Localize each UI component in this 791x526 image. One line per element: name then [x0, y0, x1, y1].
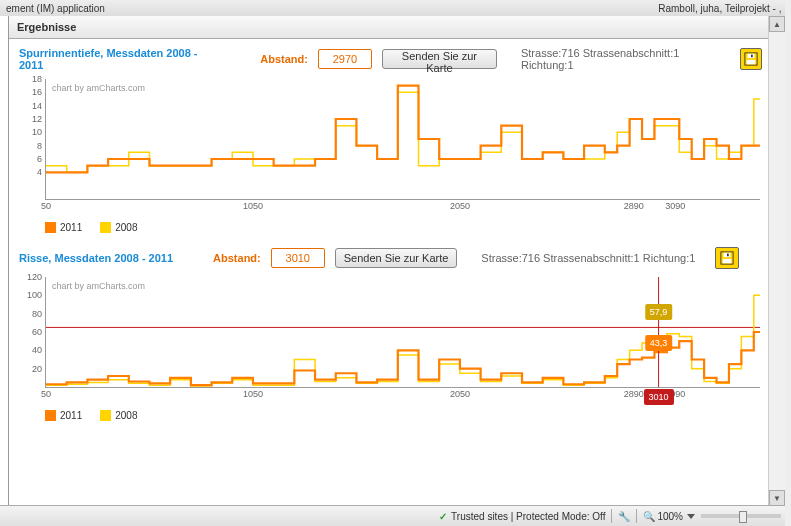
results-panel-header: Ergebnisse	[9, 16, 768, 39]
scroll-up-arrow[interactable]: ▲	[769, 16, 785, 32]
chart-panel-spurrinnentiefe: Spurrinnentiefe, Messdaten 2008 - 2011 A…	[15, 43, 768, 233]
zoom-dropdown-icon[interactable]	[687, 514, 695, 519]
chart-title: Spurrinnentiefe, Messdaten 2008 - 2011	[19, 47, 210, 71]
send-to-map-button[interactable]: Senden Sie zur Karte	[335, 248, 458, 268]
left-gutter	[0, 16, 9, 506]
send-to-map-button[interactable]: Senden Sie zur Karte	[382, 49, 497, 69]
legend-item-2011[interactable]: 2011	[45, 222, 82, 233]
chart-plot-area[interactable]: chart by amCharts.com 4681012141618 5010…	[45, 79, 760, 200]
chart-title: Risse, Messdaten 2008 - 2011	[19, 252, 173, 264]
svg-rect-7	[723, 259, 732, 263]
abstand-label: Abstand:	[260, 53, 308, 65]
results-heading: Ergebnisse	[17, 21, 76, 33]
zoom-slider[interactable]	[701, 514, 781, 518]
vertical-scrollbar[interactable]: ▲ ▼	[768, 16, 785, 506]
titlebar-right: Ramboll, juha, Teilprojekt - , .	[658, 3, 787, 14]
tooltip-balloon: 3010	[644, 389, 674, 405]
y-axis-ticks: 20406080100120	[18, 277, 42, 387]
chart-meta: Strasse:716 Strassenabschnitt:1 Richtung…	[481, 252, 695, 264]
tooltip-balloon: 57,9	[645, 304, 673, 320]
svg-rect-2	[751, 55, 753, 58]
titlebar-left: ement (IM) application	[6, 3, 105, 14]
window-titlebar: ement (IM) application Ramboll, juha, Te…	[0, 0, 791, 17]
legend-item-2008[interactable]: 2008	[100, 410, 137, 421]
legend-item-2008[interactable]: 2008	[100, 222, 137, 233]
legend-item-2011[interactable]: 2011	[45, 410, 82, 421]
y-axis-ticks: 4681012141618	[18, 79, 42, 199]
abstand-input[interactable]	[271, 248, 325, 268]
chart-legend: 2011 2008	[45, 222, 768, 233]
compat-icon[interactable]: 🔧	[618, 511, 630, 522]
save-icon[interactable]	[740, 48, 762, 70]
zoom-value: 100%	[657, 511, 683, 522]
svg-rect-6	[727, 254, 729, 257]
tooltip-balloon: 43,3	[645, 335, 673, 351]
security-status: Trusted sites | Protected Mode: Off	[451, 511, 605, 522]
chart-svg	[46, 277, 760, 387]
chart-plot-area[interactable]: chart by amCharts.com 20406080100120 501…	[45, 277, 760, 388]
x-axis-ticks: 501050205028903090	[46, 201, 760, 215]
security-check-icon: ✓	[439, 511, 447, 522]
save-icon[interactable]	[715, 247, 739, 269]
chart-meta: Strasse:716 Strassenabschnitt:1 Richtung…	[521, 47, 720, 71]
abstand-input[interactable]	[318, 49, 372, 69]
status-bar: ✓ Trusted sites | Protected Mode: Off 🔧 …	[0, 505, 791, 526]
svg-rect-3	[746, 60, 755, 64]
chart-legend: 2011 2008	[45, 410, 768, 421]
chart-svg	[46, 79, 760, 199]
results-body: Spurrinnentiefe, Messdaten 2008 - 2011 A…	[9, 39, 768, 506]
chart-panel-risse: Risse, Messdaten 2008 - 2011 Abstand: Se…	[15, 243, 768, 421]
scroll-down-arrow[interactable]: ▼	[769, 490, 785, 506]
zoom-out-icon[interactable]: 🔍	[643, 511, 655, 522]
abstand-label: Abstand:	[213, 252, 261, 264]
